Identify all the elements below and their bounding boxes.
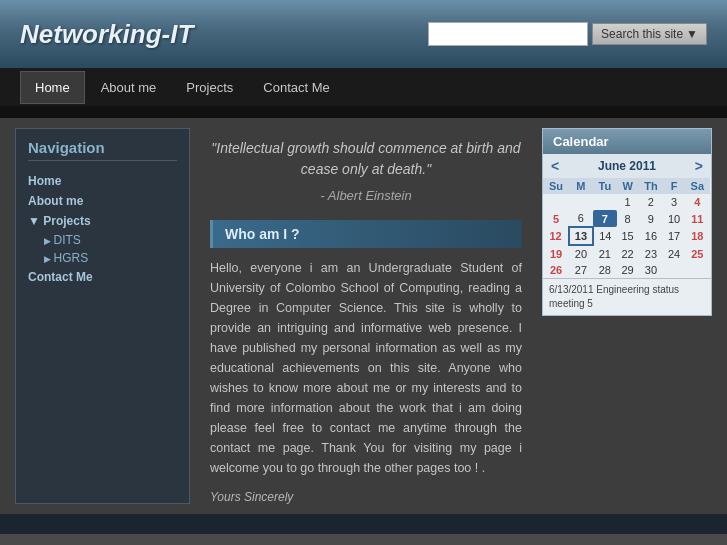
cal-header-w: W	[617, 178, 638, 194]
cal-week-2: 5 6 7 8 9 10 11	[543, 210, 710, 227]
sidebar-sub-items: DITS HGRS	[28, 231, 177, 267]
dropdown-icon: ▼	[686, 27, 698, 41]
cal-header-su: Su	[543, 178, 569, 194]
cal-day-22[interactable]: 22	[617, 245, 638, 262]
calendar-event-count: 5	[587, 298, 593, 309]
cal-day-empty	[543, 194, 569, 210]
cal-day-23[interactable]: 23	[638, 245, 663, 262]
cal-header-th: Th	[638, 178, 663, 194]
calendar-next-button[interactable]: >	[695, 158, 703, 174]
header: Networking-IT Search this site ▼	[0, 0, 727, 68]
quote-text: "Intellectual growth should commence at …	[211, 140, 520, 177]
search-button-label: Search this site	[601, 27, 683, 41]
search-input[interactable]	[428, 22, 588, 46]
cal-day-19[interactable]: 19	[543, 245, 569, 262]
cal-day-26[interactable]: 26	[543, 262, 569, 278]
cal-day-empty	[569, 194, 593, 210]
cal-day-11[interactable]: 11	[685, 210, 710, 227]
sign-off: Yours Sincerely	[210, 490, 522, 504]
sidebar-item-about[interactable]: About me	[28, 191, 177, 211]
quote-author: - Albert Einstein	[210, 186, 522, 206]
sidebar-item-contact[interactable]: Contact Me	[28, 267, 177, 287]
cal-header-tu: Tu	[593, 178, 617, 194]
cal-day-7-today[interactable]: 7	[593, 210, 617, 227]
calendar-panel: Calendar < June 2011 > Su M Tu W Th F Sa	[542, 128, 712, 316]
cal-day-21[interactable]: 21	[593, 245, 617, 262]
cal-week-4: 19 20 21 22 23 24 25	[543, 245, 710, 262]
sidebar-item-home[interactable]: Home	[28, 171, 177, 191]
cal-day-16[interactable]: 16	[638, 227, 663, 245]
cal-week-5: 26 27 28 29 30	[543, 262, 710, 278]
bio-text: Hello, everyone i am an Undergraduate St…	[210, 258, 522, 478]
cal-week-1: 1 2 3 4	[543, 194, 710, 210]
cal-day-20[interactable]: 20	[569, 245, 593, 262]
cal-day-4[interactable]: 4	[685, 194, 710, 210]
sidebar-item-hgrs[interactable]: HGRS	[44, 249, 177, 267]
cal-day-empty	[664, 262, 685, 278]
search-button[interactable]: Search this site ▼	[592, 23, 707, 45]
cal-day-30[interactable]: 30	[638, 262, 663, 278]
cal-header-f: F	[664, 178, 685, 194]
calendar-header-row: Su M Tu W Th F Sa	[543, 178, 710, 194]
calendar-event-date: 6/13/2011	[549, 284, 594, 295]
sidebar: Navigation Home About me ▼ Projects DITS…	[15, 128, 190, 504]
cal-day-10[interactable]: 10	[664, 210, 685, 227]
calendar-nav: < June 2011 >	[543, 154, 711, 178]
nav-contact[interactable]: Contact Me	[249, 72, 343, 103]
calendar-prev-button[interactable]: <	[551, 158, 559, 174]
nav-about[interactable]: About me	[87, 72, 171, 103]
site-title: Networking-IT	[20, 19, 193, 50]
cal-week-3: 12 13 14 15 16 17 18	[543, 227, 710, 245]
cal-day-empty	[593, 194, 617, 210]
who-am-i-header: Who am I ?	[210, 220, 522, 248]
cal-day-13[interactable]: 13	[569, 227, 593, 245]
cal-day-2[interactable]: 2	[638, 194, 663, 210]
calendar-title: Calendar	[543, 129, 711, 154]
cal-day-6[interactable]: 6	[569, 210, 593, 227]
navbar: Home About me Projects Contact Me	[0, 68, 727, 106]
calendar-table: Su M Tu W Th F Sa 1 2 3 4	[543, 178, 711, 278]
cal-day-1[interactable]: 1	[617, 194, 638, 210]
sidebar-title: Navigation	[28, 139, 177, 161]
cal-header-sa: Sa	[685, 178, 710, 194]
calendar-event: 6/13/2011 Engineering status meeting 5	[543, 278, 711, 315]
content-area: "Intellectual growth should commence at …	[202, 128, 530, 504]
quote-box: "Intellectual growth should commence at …	[210, 128, 522, 220]
cal-day-28[interactable]: 28	[593, 262, 617, 278]
main-layout: Navigation Home About me ▼ Projects DITS…	[0, 118, 727, 514]
cal-day-24[interactable]: 24	[664, 245, 685, 262]
cal-day-29[interactable]: 29	[617, 262, 638, 278]
cal-day-15[interactable]: 15	[617, 227, 638, 245]
cal-day-17[interactable]: 17	[664, 227, 685, 245]
cal-day-9[interactable]: 9	[638, 210, 663, 227]
sidebar-item-dits[interactable]: DITS	[44, 231, 177, 249]
cal-day-18[interactable]: 18	[685, 227, 710, 245]
cal-day-3[interactable]: 3	[664, 194, 685, 210]
sidebar-projects-section: ▼ Projects DITS HGRS	[28, 211, 177, 267]
cal-day-27[interactable]: 27	[569, 262, 593, 278]
search-area: Search this site ▼	[428, 22, 707, 46]
cal-header-m: M	[569, 178, 593, 194]
cal-day-14[interactable]: 14	[593, 227, 617, 245]
calendar-month-year: June 2011	[598, 159, 656, 173]
cal-day-empty	[685, 262, 710, 278]
cal-day-25[interactable]: 25	[685, 245, 710, 262]
nav-home[interactable]: Home	[20, 71, 85, 104]
dark-band	[0, 106, 727, 118]
cal-day-12[interactable]: 12	[543, 227, 569, 245]
sidebar-item-projects[interactable]: ▼ Projects	[28, 211, 177, 231]
footer	[0, 514, 727, 534]
cal-day-8[interactable]: 8	[617, 210, 638, 227]
cal-day-5[interactable]: 5	[543, 210, 569, 227]
nav-projects[interactable]: Projects	[172, 72, 247, 103]
